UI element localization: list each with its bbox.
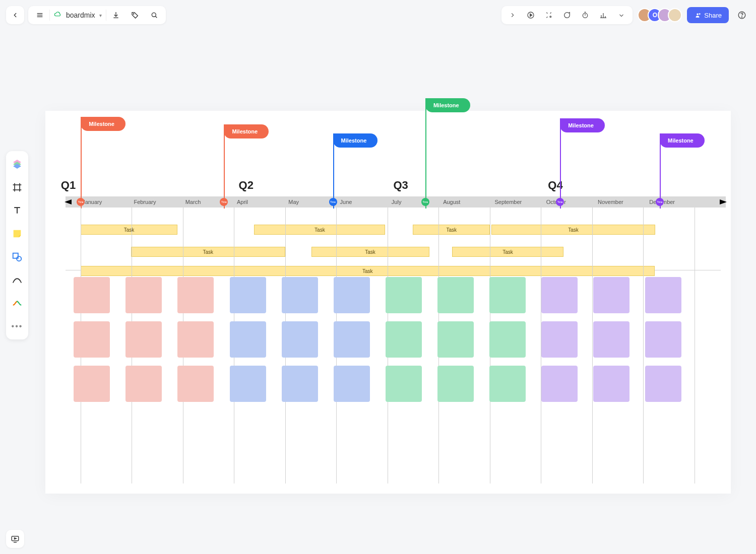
sticky-note[interactable]: [334, 366, 370, 402]
sticky-note[interactable]: [489, 277, 526, 313]
month-label: January: [82, 196, 102, 207]
sticky-note[interactable]: [593, 366, 629, 402]
sticky-note[interactable]: [282, 277, 318, 313]
milestone-flag: Milestone: [224, 124, 269, 138]
pen-tool[interactable]: [9, 272, 25, 288]
milestone-flag: Milestone: [560, 118, 605, 132]
sticky-note[interactable]: [541, 321, 578, 358]
share-label: Share: [704, 12, 722, 19]
search-button[interactable]: [145, 6, 164, 24]
sticky-note-tool[interactable]: [9, 226, 25, 242]
sticky-note[interactable]: [334, 277, 370, 313]
svg-point-4: [152, 13, 156, 17]
svg-point-8: [550, 16, 551, 18]
svg-point-17: [741, 17, 742, 17]
sticky-note[interactable]: [282, 321, 318, 358]
sticky-note[interactable]: [489, 366, 526, 402]
document-title-dropdown[interactable]: boardmix ▾: [50, 6, 106, 24]
sticky-note[interactable]: [334, 321, 370, 358]
month-label: May: [288, 196, 299, 207]
chart-icon[interactable]: [595, 7, 611, 23]
sticky-note[interactable]: [645, 321, 681, 358]
milestone-flag: Milestone: [425, 98, 470, 112]
frame-tool[interactable]: [9, 179, 25, 195]
sticky-note[interactable]: [125, 277, 162, 313]
milestone-flag: Milestone: [81, 117, 125, 131]
milestone-pin[interactable]: Time: [656, 198, 664, 206]
chevron-down-icon: ▾: [99, 13, 102, 18]
shape-toolbar: •••: [6, 151, 28, 339]
templates-tool[interactable]: [9, 156, 25, 172]
month-label: June: [340, 196, 352, 207]
top-tool-strip: [501, 6, 633, 24]
sticky-note[interactable]: [489, 321, 526, 358]
sticky-note[interactable]: [645, 277, 681, 313]
more-shapes[interactable]: •••: [9, 318, 25, 334]
milestone-pin[interactable]: Time: [77, 198, 85, 206]
download-button[interactable]: [106, 6, 125, 24]
milestone-flag: Milestone: [333, 133, 378, 148]
sticky-note[interactable]: [74, 366, 110, 402]
sticky-note[interactable]: [541, 366, 578, 402]
sticky-note[interactable]: [437, 321, 474, 358]
sticky-note[interactable]: [230, 277, 266, 313]
more-tools-dropdown[interactable]: [613, 7, 629, 23]
sticky-note[interactable]: [177, 321, 214, 358]
sticky-note[interactable]: [125, 366, 162, 402]
month-label: February: [134, 196, 156, 207]
share-button[interactable]: Share: [687, 7, 729, 23]
sticky-note[interactable]: [593, 321, 629, 358]
svg-marker-7: [530, 14, 532, 16]
sticky-note[interactable]: [593, 277, 629, 313]
sticky-note[interactable]: [437, 366, 474, 402]
quarter-label: Q2: [239, 179, 254, 192]
month-label: July: [392, 196, 402, 207]
shape-tool[interactable]: [9, 249, 25, 265]
avatar[interactable]: [668, 8, 682, 22]
sticky-note[interactable]: [177, 366, 214, 402]
presentation-button[interactable]: [6, 530, 24, 548]
menu-button[interactable]: [30, 6, 49, 24]
timer-icon[interactable]: [577, 7, 593, 23]
sticky-note[interactable]: [177, 277, 214, 313]
sticky-note[interactable]: [645, 366, 681, 402]
sticky-note[interactable]: [230, 366, 266, 402]
sticky-note[interactable]: [74, 321, 110, 358]
sticky-note[interactable]: [386, 366, 422, 402]
quarter-label: Q1: [61, 179, 76, 192]
connector-tool[interactable]: [9, 295, 25, 311]
svg-line-5: [155, 16, 157, 18]
svg-point-28: [17, 256, 21, 261]
canvas[interactable]: JanuaryFebruaryMarchAprilMayJuneJulyAugu…: [45, 111, 731, 494]
month-label: March: [185, 196, 201, 207]
sticky-note[interactable]: [386, 321, 422, 358]
sticky-note[interactable]: [541, 277, 578, 313]
svg-marker-30: [15, 538, 17, 539]
milestone-pin[interactable]: Time: [329, 198, 337, 206]
play-icon[interactable]: [523, 7, 539, 23]
comment-icon[interactable]: [559, 7, 575, 23]
svg-point-3: [133, 14, 134, 14]
tag-button[interactable]: [125, 6, 145, 24]
sticky-note[interactable]: [437, 277, 474, 313]
sticky-note[interactable]: [386, 277, 422, 313]
month-label: November: [598, 196, 623, 207]
milestone-flag: Milestone: [660, 133, 705, 148]
back-button[interactable]: [6, 6, 24, 24]
sparkle-icon[interactable]: [541, 7, 557, 23]
cloud-icon: [54, 11, 62, 20]
expand-right-icon[interactable]: [505, 7, 521, 23]
collaborator-avatars[interactable]: O: [638, 8, 682, 22]
text-tool[interactable]: [9, 202, 25, 219]
sticky-note[interactable]: [282, 366, 318, 402]
month-label: August: [443, 196, 460, 207]
month-label: April: [237, 196, 248, 207]
month-label: September: [494, 196, 522, 207]
sticky-note[interactable]: [125, 321, 162, 358]
sticky-note[interactable]: [74, 277, 110, 313]
sticky-note[interactable]: [230, 321, 266, 358]
milestone-pin[interactable]: Time: [421, 198, 429, 206]
quarter-label: Q3: [393, 179, 408, 192]
help-button[interactable]: [734, 7, 750, 23]
document-title: boardmix: [66, 11, 95, 19]
